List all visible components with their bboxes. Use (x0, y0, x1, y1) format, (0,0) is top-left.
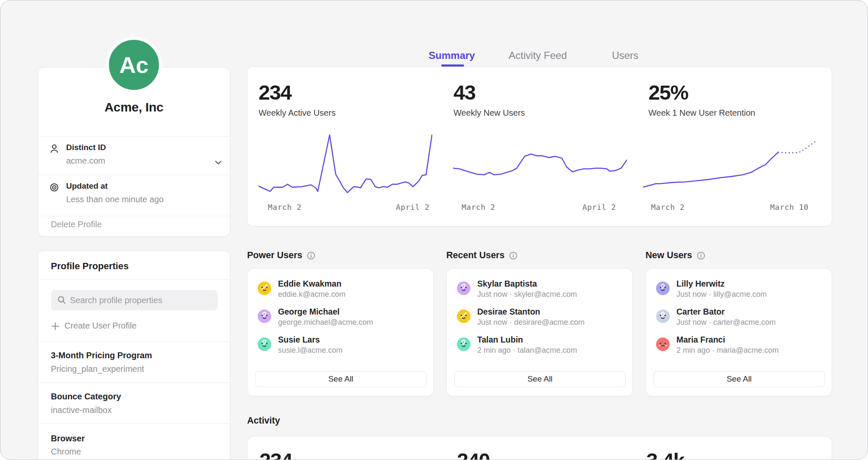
stat-label: Week 1 New User Retention (648, 108, 755, 118)
weekly-new-users-chart (453, 134, 627, 194)
see-all-button[interactable]: See All (454, 371, 626, 387)
info-icon[interactable] (697, 251, 705, 260)
chart-line (778, 140, 817, 153)
user-detail: susie.l@acme.com (278, 346, 342, 355)
user-avatar (457, 309, 470, 323)
x-tick: March 2 (462, 203, 495, 212)
summary-stats-card: 234 Weekly Active Users March 2 April 2 … (247, 67, 832, 226)
updated-at-label: Updated at (66, 181, 108, 191)
activity-stat: 234 (259, 449, 292, 460)
x-tick: March 2 (651, 203, 684, 212)
property-value: inactive-mailbox (51, 405, 111, 415)
user-detail: eddie.k@acme.com (278, 290, 345, 299)
user-name[interactable]: Eddie Kwakman (278, 279, 342, 289)
stat-value: 43 (453, 81, 476, 104)
see-all-button[interactable]: See All (654, 371, 825, 387)
user-name[interactable]: George Michael (278, 307, 339, 317)
stat-label: Weekly Active Users (259, 108, 336, 118)
user-detail: Just now · skyler@acme.com (477, 290, 577, 299)
delete-profile-button[interactable]: Delete Profile (51, 220, 102, 229)
property-name: 3-Month Pricing Program (51, 351, 152, 360)
divider (38, 279, 230, 280)
x-tick: April 2 (396, 203, 429, 212)
info-icon[interactable] (509, 251, 517, 260)
recent-users-title: Recent Users (446, 250, 504, 261)
x-tick: April 2 (582, 203, 616, 212)
stat-value: 25% (648, 81, 688, 104)
activity-stat: 240 (457, 449, 490, 460)
user-avatar (258, 309, 271, 323)
divider (38, 382, 230, 383)
tab-users[interactable]: Users (612, 50, 639, 61)
stat-week1-retention: 25% Week 1 New User Retention March 2 Ma… (637, 67, 832, 226)
user-detail: Just now · lilly@acme.com (676, 290, 767, 299)
chart-line (453, 154, 627, 175)
user-name[interactable]: Lilly Herwitz (676, 279, 725, 289)
plus-icon (51, 322, 60, 332)
stat-weekly-new-users: 43 Weekly New Users March 2 April 2 (442, 67, 637, 226)
distinct-id-label: Distinct ID (66, 143, 106, 152)
user-detail: 2 min ago · maria@acme.com (676, 346, 779, 355)
stat-label: Weekly New Users (453, 108, 525, 118)
tab-activity-feed[interactable]: Activity Feed (509, 50, 567, 61)
user-name[interactable]: Desirae Stanton (477, 307, 540, 317)
divider (38, 175, 230, 175)
user-name[interactable]: Talan Lubin (477, 335, 523, 345)
chart-line (643, 152, 778, 187)
property-name: Bounce Category (51, 392, 121, 401)
company-avatar: Ac (106, 37, 162, 93)
active-tab-underline (441, 64, 464, 67)
company-name: Acme, Inc (38, 100, 230, 114)
user-avatar (656, 309, 670, 323)
user-detail: george.michael@acme.com (278, 318, 373, 327)
new-users-header: New Users (645, 250, 705, 261)
updated-at-value: Less than one minute ago (66, 195, 164, 204)
create-user-profile-button[interactable]: Create User Profile (64, 321, 136, 331)
week1-retention-chart (643, 134, 817, 194)
activity-card: 234 240 3.4k (247, 436, 832, 460)
user-detail: Just now · desirare@acme.com (477, 318, 584, 327)
power-users-header: Power Users (247, 250, 315, 261)
user-avatar (457, 282, 470, 295)
company-avatar-initials: Ac (119, 52, 148, 78)
user-name[interactable]: Susie Lars (278, 335, 320, 345)
info-icon[interactable] (307, 251, 315, 260)
new-users-card: Lilly HerwitzJust now · lilly@acme.comCa… (645, 268, 832, 396)
chevron-down-icon[interactable] (213, 157, 224, 170)
user-name[interactable]: Maria Franci (676, 335, 725, 345)
user-avatar (457, 337, 470, 351)
user-avatar (258, 337, 271, 351)
x-tick: March 2 (268, 203, 301, 212)
stat-value: 234 (259, 81, 291, 104)
activity-title: Activity (247, 415, 280, 426)
user-avatar (258, 282, 271, 295)
search-profile-properties-input[interactable] (51, 290, 218, 310)
new-users-title: New Users (645, 250, 692, 261)
divider (38, 136, 230, 137)
recent-users-header: Recent Users (446, 250, 517, 261)
stat-weekly-active-users: 234 Weekly Active Users March 2 April 2 (248, 67, 442, 226)
user-avatar (656, 282, 670, 295)
profile-properties-title: Profile Properties (51, 261, 128, 272)
power-users-title: Power Users (247, 250, 302, 261)
user-avatar (656, 337, 670, 351)
property-value: Pricing_plan_experiment (51, 364, 144, 374)
person-icon (49, 143, 60, 156)
x-tick: March 10 (770, 203, 809, 212)
user-detail: 2 min ago · talan@acme.com (477, 346, 577, 355)
user-name[interactable]: Skylar Baptista (477, 279, 537, 289)
property-value: Chrome (51, 447, 81, 457)
profile-page: Ac Acme, Inc Distinct ID acme.com Update… (0, 0, 868, 460)
distinct-id-value: acme.com (66, 156, 105, 166)
activity-stat: 3.4k (646, 449, 684, 460)
weekly-active-users-chart (259, 134, 432, 194)
divider (38, 341, 230, 342)
see-all-button[interactable]: See All (255, 371, 426, 387)
power-users-card: Eddie Kwakmaneddie.k@acme.comGeorge Mich… (247, 268, 434, 396)
user-name[interactable]: Carter Bator (676, 307, 725, 317)
eye-icon (49, 182, 60, 195)
profile-properties-card: Profile Properties Create User Profile 3… (38, 251, 230, 460)
tab-summary[interactable]: Summary (428, 50, 475, 61)
divider (38, 216, 230, 216)
property-name: Browser (51, 434, 85, 443)
